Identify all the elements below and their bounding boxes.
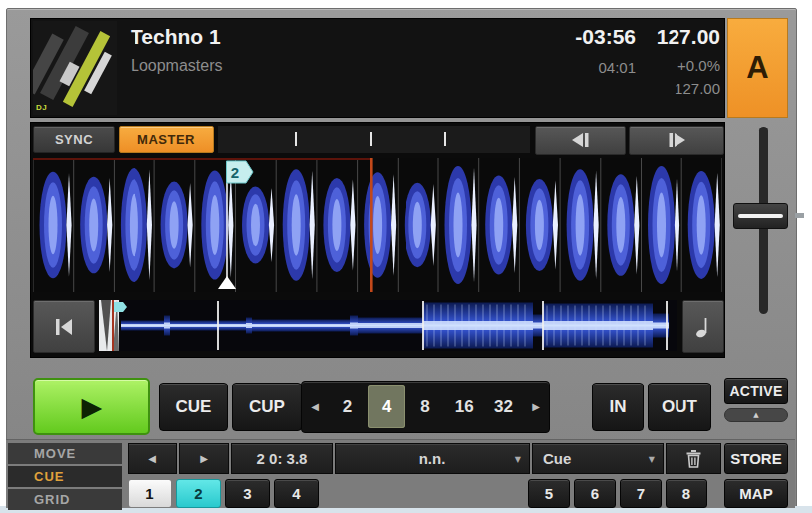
- sync-button[interactable]: SYNC: [33, 126, 115, 153]
- play-icon: ▶: [82, 393, 103, 420]
- chevron-down-icon: ▼: [515, 454, 521, 463]
- phase-tick: [444, 132, 446, 146]
- hotcue-button-2[interactable]: 2: [176, 479, 221, 508]
- svg-text:2: 2: [231, 164, 239, 181]
- tempo-fader-handle[interactable]: [733, 203, 788, 229]
- beatjump-back-button[interactable]: [535, 126, 626, 155]
- prev-cue-button[interactable]: ◀: [128, 443, 177, 474]
- play-button[interactable]: ▶: [33, 378, 150, 435]
- hotcue-button-7[interactable]: 7: [620, 479, 662, 508]
- chevron-down-icon: ▼: [649, 454, 655, 463]
- map-button[interactable]: MAP: [724, 479, 788, 508]
- track-title: Techno 1: [131, 25, 221, 49]
- advanced-panel-toggle[interactable]: ▲: [724, 408, 788, 422]
- skip-to-start-button[interactable]: [33, 300, 95, 353]
- cue-type-dropdown[interactable]: Cue ▼: [532, 443, 664, 474]
- store-button[interactable]: STORE: [724, 443, 788, 474]
- loop-size-32[interactable]: 32: [485, 385, 522, 428]
- music-note-icon: [695, 316, 711, 338]
- delete-cue-button[interactable]: [666, 443, 721, 474]
- loop-size-2[interactable]: 2: [329, 385, 366, 428]
- deck-letter-badge[interactable]: A: [727, 18, 788, 118]
- tab-grid[interactable]: GRID: [8, 489, 122, 510]
- skip-to-start-icon: [54, 319, 74, 335]
- cue-position-display: 2 0: 3.8: [231, 443, 333, 474]
- next-cue-button[interactable]: ▶: [179, 443, 229, 474]
- chevron-up-icon: ▲: [753, 412, 758, 419]
- hotcue-button-3[interactable]: 3: [225, 479, 270, 508]
- cue-type-value: Cue: [543, 450, 571, 467]
- loop-size-8[interactable]: 8: [406, 385, 443, 428]
- hotcue-button-4[interactable]: 4: [274, 479, 319, 508]
- base-bpm-display: 127.00: [598, 80, 720, 97]
- beatjump-forward-icon: [666, 133, 687, 147]
- cue-button[interactable]: CUE: [159, 383, 228, 431]
- tab-cue[interactable]: CUE: [8, 466, 122, 487]
- cue-edit-bar: ◀ ▶ 2 0: 3.8 n.n. ▼ Cue ▼: [128, 443, 721, 474]
- loop-size-4[interactable]: 4: [368, 385, 405, 428]
- cup-button[interactable]: CUP: [232, 383, 302, 431]
- key-lock-button[interactable]: [682, 300, 724, 353]
- phase-tick: [370, 132, 372, 146]
- album-art: DJ: [33, 21, 117, 115]
- album-art-logo: DJ: [36, 103, 47, 112]
- hotcue-button-5[interactable]: 5: [528, 479, 570, 508]
- fader-handle-line: [738, 214, 783, 218]
- loop-in-button[interactable]: IN: [592, 383, 644, 431]
- stripe-svg: [99, 300, 677, 351]
- waveform-display[interactable]: 2: [33, 158, 722, 292]
- traktor-deck-a: DJ Techno 1 Loopmasters -03:56 04:01 127…: [0, 0, 812, 513]
- loop-active-button[interactable]: ACTIVE: [724, 378, 788, 404]
- cue-name-value: n.n.: [419, 450, 446, 467]
- hotcue-button-6[interactable]: 6: [574, 479, 616, 508]
- hotcue-button-8[interactable]: 8: [666, 479, 707, 508]
- phase-tick: [295, 132, 297, 146]
- cue-name-dropdown[interactable]: n.n. ▼: [335, 443, 530, 474]
- tempo-zero-tick: [795, 213, 804, 218]
- loop-size-16[interactable]: 16: [446, 385, 483, 428]
- beatjump-forward-button[interactable]: [629, 126, 724, 155]
- waveform-svg: 2: [33, 158, 722, 292]
- bpm-display: 127.00: [598, 25, 720, 49]
- loop-size-prev-arrow[interactable]: ◀: [302, 382, 328, 432]
- loop-size-next-arrow[interactable]: ▶: [523, 382, 549, 432]
- tab-move[interactable]: MOVE: [8, 443, 122, 464]
- hotcue-button-1[interactable]: 1: [128, 479, 172, 508]
- track-artist: Loopmasters: [131, 57, 223, 75]
- tempo-offset-display: +0.0%: [598, 57, 720, 74]
- track-overview-stripe[interactable]: [99, 300, 677, 351]
- trash-icon: [685, 449, 702, 468]
- phase-meter: [218, 126, 530, 153]
- beatjump-back-icon: [570, 133, 592, 147]
- loop-size-selector: ◀ 2 4 8 16 32 ▶: [301, 381, 550, 433]
- loop-out-button[interactable]: OUT: [648, 383, 711, 431]
- master-button[interactable]: MASTER: [119, 126, 214, 153]
